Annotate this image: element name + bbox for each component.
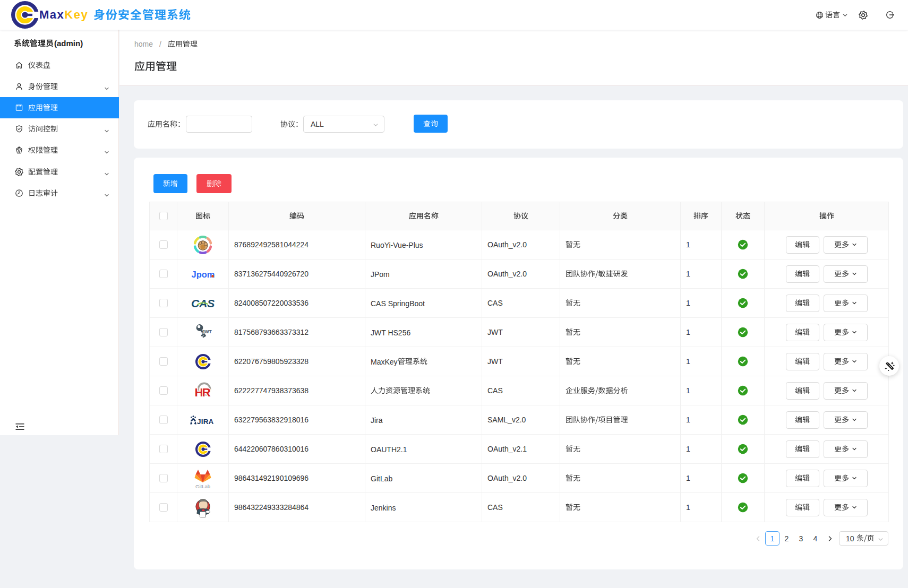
svg-text:JWT: JWT: [202, 329, 212, 334]
svg-text:GitLab: GitLab: [195, 483, 210, 489]
svg-text:R: R: [202, 386, 211, 399]
svg-text:Jpom: Jpom: [191, 270, 215, 279]
svg-text:JIRA: JIRA: [197, 418, 214, 426]
